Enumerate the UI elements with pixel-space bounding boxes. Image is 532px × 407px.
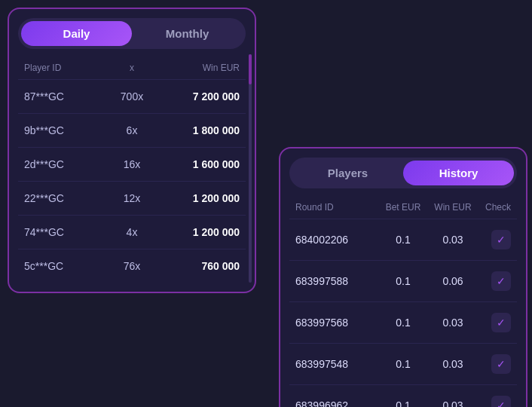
header-win: Win EUR [159, 63, 240, 73]
right-toggle-bar: Players History [289, 158, 517, 188]
left-toggle-bar: Daily Monthly [18, 18, 246, 49]
check-cell: ✓ [478, 354, 511, 374]
round-id: 683997548 [295, 358, 378, 370]
win-amount: 0.03 [428, 358, 478, 370]
table-row: 74***GC 4x 1 200 000 [18, 215, 246, 249]
table-row: 684002206 0.1 0.03 ✓ [289, 219, 517, 260]
win-amount: 0.03 [428, 234, 478, 246]
left-panel: Daily Monthly Player ID x Win EUR 87***G… [8, 8, 256, 293]
player-id: 74***GC [24, 226, 105, 238]
bet-amount: 0.1 [378, 234, 428, 246]
header-player: Player ID [24, 63, 105, 73]
multiplier: 16x [105, 158, 159, 170]
bet-amount: 0.1 [378, 358, 428, 370]
table-row: 683997568 0.1 0.03 ✓ [289, 301, 517, 343]
scrollbar-thumb [249, 54, 252, 84]
left-table-body: 87***GC 700x 7 200 000 9b***GC 6x 1 800 … [18, 79, 246, 283]
multiplier: 76x [105, 260, 159, 272]
table-row: 683996962 0.1 0.03 ✓ [289, 384, 517, 407]
win-amount: 0.03 [428, 399, 478, 407]
win-amount: 0.03 [428, 317, 478, 329]
daily-tab[interactable]: Daily [21, 21, 132, 46]
win-amount: 1 200 000 [159, 192, 240, 204]
check-cell: ✓ [478, 230, 511, 249]
left-table-header: Player ID x Win EUR [18, 60, 246, 79]
monthly-tab[interactable]: Monthly [132, 21, 243, 46]
table-row: 9b***GC 6x 1 800 000 [18, 113, 246, 147]
round-id: 684002206 [295, 234, 378, 246]
header-win: Win EUR [428, 202, 478, 213]
win-amount: 1 200 000 [159, 226, 240, 238]
check-icon[interactable]: ✓ [491, 230, 511, 249]
win-amount: 7 200 000 [159, 90, 240, 103]
table-row: 22***GC 12x 1 200 000 [18, 181, 246, 215]
round-id: 683996962 [295, 399, 378, 407]
bet-amount: 0.1 [378, 275, 428, 287]
player-id: 22***GC [24, 192, 105, 204]
player-id: 9b***GC [24, 124, 105, 136]
table-row: 87***GC 700x 7 200 000 [18, 79, 246, 113]
player-id: 2d***GC [24, 158, 105, 170]
scrollbar[interactable] [249, 54, 252, 283]
check-icon[interactable]: ✓ [491, 313, 511, 332]
right-panel: Players History Round ID Bet EUR Win EUR… [279, 147, 527, 407]
multiplier: 700x [105, 90, 159, 103]
round-id: 683997568 [295, 317, 378, 329]
multiplier: 4x [105, 226, 159, 238]
multiplier: 12x [105, 192, 159, 204]
multiplier: 6x [105, 124, 159, 136]
check-cell: ✓ [478, 396, 511, 407]
bet-amount: 0.1 [378, 399, 428, 407]
table-row: 5c***GC 76x 760 000 [18, 249, 246, 283]
right-table-header: Round ID Bet EUR Win EUR Check [289, 199, 517, 219]
table-row: 683997548 0.1 0.03 ✓ [289, 343, 517, 384]
win-amount: 760 000 [159, 260, 240, 272]
header-multiplier: x [105, 63, 159, 73]
check-icon[interactable]: ✓ [491, 271, 511, 291]
player-id: 5c***GC [24, 260, 105, 272]
table-row: 683997588 0.1 0.06 ✓ [289, 260, 517, 301]
table-row: 2d***GC 16x 1 600 000 [18, 147, 246, 181]
player-id: 87***GC [24, 90, 105, 103]
bet-amount: 0.1 [378, 317, 428, 329]
check-cell: ✓ [478, 271, 511, 291]
right-table-body: 684002206 0.1 0.03 ✓ 683997588 0.1 0.06 … [289, 219, 517, 407]
header-check: Check [478, 202, 511, 213]
players-tab[interactable]: Players [292, 161, 403, 185]
win-amount: 0.06 [428, 275, 478, 287]
win-amount: 1 800 000 [159, 124, 240, 136]
header-round: Round ID [295, 202, 378, 213]
check-icon[interactable]: ✓ [491, 354, 511, 374]
check-cell: ✓ [478, 313, 511, 332]
check-icon[interactable]: ✓ [491, 396, 511, 407]
header-bet: Bet EUR [378, 202, 428, 213]
history-tab[interactable]: History [403, 161, 514, 185]
win-amount: 1 600 000 [159, 158, 240, 170]
round-id: 683997588 [295, 275, 378, 287]
